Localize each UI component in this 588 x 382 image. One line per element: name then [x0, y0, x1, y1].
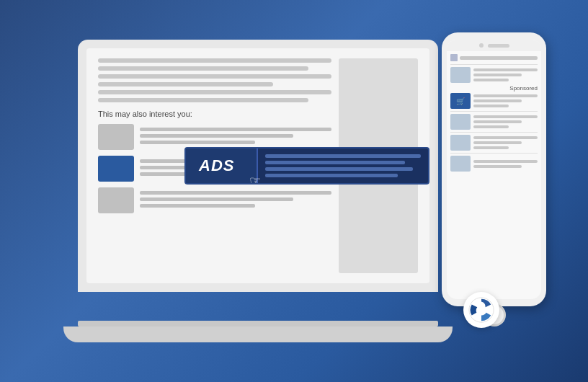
phone-row-lines: [473, 156, 538, 172]
phone-row: [450, 67, 538, 83]
phone-row: [450, 135, 538, 151]
laptop-screen-inner: This may also interest you:: [86, 48, 429, 283]
phone-line: [473, 74, 522, 76]
ads-item: [98, 124, 331, 150]
laptop-hinge: [78, 321, 438, 327]
laptop-base: [63, 327, 453, 342]
ads-line: [140, 197, 293, 201]
phone-line: [473, 105, 509, 107]
phone: Sponsored 🛒: [442, 32, 546, 306]
phone-line: [473, 115, 538, 118]
content-line: [98, 98, 308, 102]
phone-divider: [450, 111, 538, 112]
phone-line: [473, 79, 509, 81]
interest-text: This may also interest you:: [98, 110, 331, 118]
ads-line: [140, 128, 331, 131]
svg-point-1: [478, 306, 485, 314]
ads-banner-line: [265, 161, 405, 164]
phone-thumbnail: [450, 114, 471, 130]
phone-line: [473, 146, 509, 149]
laptop: This may also interest you:: [78, 40, 453, 342]
phone-topbar: [450, 54, 538, 61]
phone-line: [473, 160, 538, 163]
phone-line: [473, 125, 509, 128]
phone-screen: Sponsored 🛒: [447, 40, 541, 299]
phone-row-lines: [473, 93, 538, 109]
phone-row: [450, 114, 538, 130]
content-line: [98, 66, 308, 71]
logo-circle: [463, 292, 499, 328]
content-line: [98, 82, 273, 86]
ads-line: [140, 204, 255, 208]
ads-item-lines: [140, 191, 331, 210]
ads-banner[interactable]: ADS ☞: [184, 147, 429, 185]
content-lines-top: [98, 58, 331, 102]
phone-row-lines: [473, 67, 538, 83]
phone-thumbnail: [450, 156, 471, 172]
phone-line: [473, 141, 522, 144]
phone-line: [473, 136, 538, 139]
phone-row: [450, 156, 538, 172]
ads-banner-line: [265, 167, 413, 171]
phone-content: Sponsored 🛒: [447, 51, 541, 177]
phone-divider: [450, 153, 538, 154]
content-line: [98, 58, 331, 63]
scene: This may also interest you:: [42, 25, 546, 357]
phone-notch: [447, 40, 541, 51]
sponsored-label: Sponsored: [450, 85, 538, 92]
phone-cart-thumbnail: 🛒: [450, 93, 471, 109]
ads-thumbnail: [98, 187, 134, 213]
phone-line: [473, 120, 522, 123]
ads-item-lines: [140, 128, 331, 147]
phone-speaker: [488, 44, 509, 48]
ads-banner-lines: [258, 150, 428, 182]
ads-thumbnail: [98, 124, 134, 150]
ads-banner-line: [265, 154, 421, 158]
laptop-screen-outer: This may also interest you:: [78, 40, 438, 292]
content-line: [98, 74, 331, 79]
ads-banner-line: [265, 174, 398, 177]
cart-icon: 🛒: [456, 97, 465, 105]
ads-line: [140, 191, 331, 195]
phone-divider: [450, 64, 538, 65]
ads-thumbnail-blue: [98, 156, 134, 182]
content-line: [98, 90, 331, 94]
ads-item: [98, 187, 331, 213]
ads-line: [140, 141, 255, 144]
phone-topbar-line: [460, 56, 538, 60]
phone-cart-row: 🛒: [450, 93, 538, 109]
ads-line: [140, 134, 293, 138]
phone-camera-icon: [479, 43, 484, 48]
phone-thumbnail: [450, 135, 471, 151]
phone-line: [473, 94, 538, 97]
phone-line: [473, 165, 522, 168]
cursor-icon: ☞: [249, 173, 261, 185]
phone-row-lines: [473, 135, 538, 151]
logo-icon: [468, 296, 495, 324]
ads-label: ADS: [186, 148, 258, 183]
phone-line: [473, 68, 538, 71]
phone-icon-square: [450, 54, 458, 61]
phone-thumbnail: [450, 67, 471, 83]
phone-row-lines: [473, 114, 538, 130]
phone-divider: [450, 132, 538, 133]
phone-line: [473, 99, 522, 102]
